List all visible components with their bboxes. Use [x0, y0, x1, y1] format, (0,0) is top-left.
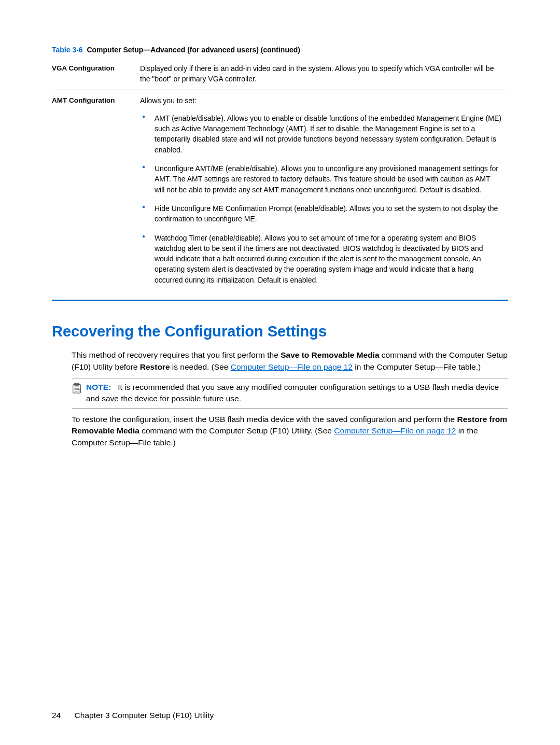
note-text: NOTE: It is recommended that you save an…	[86, 382, 508, 405]
text: To restore the configuration, insert the…	[72, 415, 457, 424]
note-block: NOTE: It is recommended that you save an…	[72, 378, 508, 409]
text: This method of recovery requires that yo…	[72, 350, 281, 359]
list-item: AMT (enable/disable). Allows you to enab…	[140, 113, 502, 155]
text: command with the Computer Setup (F10) Ut…	[139, 426, 334, 435]
bold-text: Restore	[140, 362, 170, 371]
paragraph: To restore the configuration, insert the…	[72, 414, 508, 448]
svg-rect-0	[73, 385, 81, 393]
row-label: AMT Configuration	[52, 90, 140, 299]
table-number: Table 3-6	[52, 46, 83, 54]
list-item: Hide Unconfigure ME Confirmation Prompt …	[140, 203, 502, 224]
setup-table: VGA Configuration Displayed only if ther…	[52, 58, 508, 299]
bold-text: Save to Removable Media	[281, 350, 379, 359]
list-item: Unconfigure AMT/ME (enable/disable). All…	[140, 163, 502, 195]
xref-link[interactable]: Computer Setup—File on page 12	[334, 426, 456, 435]
table-row: VGA Configuration Displayed only if ther…	[52, 58, 508, 90]
row-intro: Allows you to set:	[140, 95, 502, 106]
table-row: AMT Configuration Allows you to set: AMT…	[52, 90, 508, 299]
xref-link[interactable]: Computer Setup—File on page 12	[231, 362, 353, 371]
section-body: This method of recovery requires that yo…	[52, 349, 508, 448]
row-content: Displayed only if there is an add-in vid…	[140, 58, 508, 90]
table-title-text: Computer Setup—Advanced (for advanced us…	[87, 46, 300, 54]
list-item: Watchdog Timer (enable/disable). Allows …	[140, 233, 502, 285]
text: is needed. (See	[170, 362, 231, 371]
bullet-list: AMT (enable/disable). Allows you to enab…	[140, 113, 502, 285]
table-bottom-rule	[52, 300, 508, 301]
note-body-text: It is recommended that you save any modi…	[86, 383, 499, 403]
row-label: VGA Configuration	[52, 58, 140, 90]
text: in the Computer Setup—File table.)	[353, 362, 481, 371]
paragraph: This method of recovery requires that yo…	[72, 349, 508, 373]
note-icon	[72, 383, 83, 394]
page-number: 24	[52, 711, 61, 720]
table-caption: Table 3-6 Computer Setup—Advanced (for a…	[52, 46, 508, 54]
note-body	[114, 383, 118, 391]
note-label: NOTE:	[86, 383, 111, 391]
chapter-label: Chapter 3 Computer Setup (F10) Utility	[75, 711, 214, 720]
page-footer: 24 Chapter 3 Computer Setup (F10) Utilit…	[52, 711, 214, 720]
section-heading: Recovering the Configuration Settings	[52, 323, 508, 340]
row-content: Allows you to set: AMT (enable/disable).…	[140, 90, 508, 299]
